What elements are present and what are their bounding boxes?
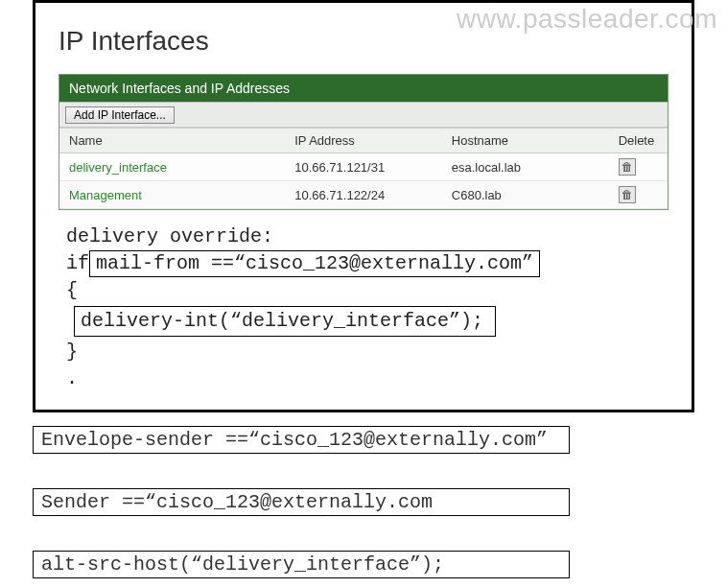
answer-options: Envelope-sender ==“cisco_123@externally.… <box>33 426 727 578</box>
code-line: delivery override: <box>66 223 668 250</box>
add-ip-interface-button[interactable]: Add IP Interface... <box>65 106 175 124</box>
cell-ip: 10.66.71.121/31 <box>285 153 442 181</box>
interfaces-table: Name IP Address Hostname Delete delivery… <box>59 128 668 209</box>
table-header-row: Name IP Address Hostname Delete <box>59 129 668 153</box>
cell-host: C680.lab <box>442 181 609 209</box>
trash-icon[interactable]: 🗑 <box>619 186 636 203</box>
col-host: Hostname <box>442 129 609 153</box>
cell-ip: 10.66.71.122/24 <box>285 181 442 209</box>
code-line: . <box>66 365 668 392</box>
trash-icon[interactable]: 🗑 <box>619 158 636 176</box>
interface-link[interactable]: Management <box>69 188 142 202</box>
code-block: delivery override: ifmail-from ==“cisco_… <box>59 223 668 392</box>
cell-host: esa.local.lab <box>442 153 609 181</box>
table-row: Management 10.66.71.122/24 C680.lab 🗑 <box>59 181 668 209</box>
interfaces-panel: Network Interfaces and IP Addresses Add … <box>59 74 668 210</box>
panel-header: Network Interfaces and IP Addresses <box>59 75 668 102</box>
question-frame: IP Interfaces Network Interfaces and IP … <box>33 0 694 412</box>
col-ip: IP Address <box>285 129 442 153</box>
answer-option[interactable]: Sender ==“cisco_123@externally.com <box>33 488 570 516</box>
add-bar: Add IP Interface... <box>59 102 668 128</box>
col-name: Name <box>59 129 285 153</box>
kw-if: if <box>66 252 89 274</box>
code-line: ifmail-from ==“cisco_123@externally.com” <box>66 250 668 277</box>
code-line: } <box>66 339 668 365</box>
interface-link[interactable]: delivery_interface <box>69 160 167 175</box>
table-row: delivery_interface 10.66.71.121/31 esa.l… <box>59 153 668 181</box>
answer-option[interactable]: Envelope-sender ==“cisco_123@externally.… <box>33 426 570 454</box>
watermark-text: www.passleader.com <box>457 4 717 35</box>
answer-option[interactable]: alt-src-host(“delivery_interface”); <box>33 551 570 578</box>
drop-target-action[interactable]: delivery-int(“delivery_interface”); <box>74 306 496 337</box>
code-line: { <box>66 277 668 304</box>
drop-target-condition[interactable]: mail-from ==“cisco_123@externally.com” <box>89 250 540 277</box>
col-delete: Delete <box>609 129 668 153</box>
